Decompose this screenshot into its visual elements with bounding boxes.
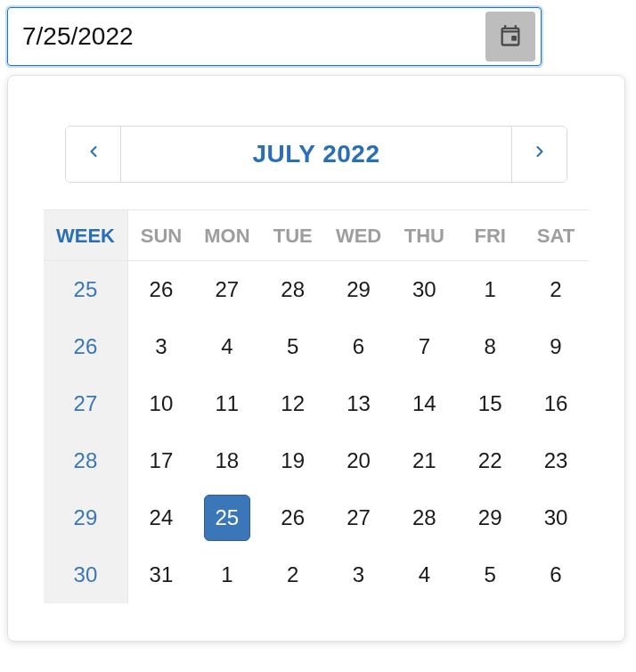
day-button[interactable]: 3 [336,552,382,598]
day-button[interactable]: 22 [467,438,513,484]
week-number: 26 [44,318,127,375]
day-cell: 3 [127,318,194,375]
day-header-wed: WED [326,210,392,261]
day-button[interactable]: 16 [533,381,579,427]
day-button[interactable]: 21 [401,438,447,484]
day-header-tue: TUE [260,210,326,261]
day-button[interactable]: 9 [533,324,579,370]
calendar-header: JULY 2022 [65,126,567,183]
day-button[interactable]: 25 [204,495,250,541]
day-button[interactable]: 20 [336,438,382,484]
day-cell: 28 [391,489,457,546]
day-button[interactable]: 1 [204,552,250,598]
day-button[interactable]: 5 [467,552,513,598]
week-header: WEEK [44,210,127,261]
day-cell: 4 [194,318,260,375]
day-cell: 4 [391,546,457,603]
svg-rect-0 [511,36,517,41]
day-cell: 1 [457,261,523,318]
calendar-toggle-button[interactable] [485,12,535,61]
next-month-button[interactable] [511,127,567,182]
day-button[interactable]: 30 [401,266,447,313]
day-cell: 27 [194,261,260,318]
day-cell: 30 [523,489,589,546]
day-button[interactable]: 29 [336,266,382,313]
day-cell: 7 [391,318,457,375]
day-button[interactable]: 27 [336,495,382,541]
day-button[interactable]: 26 [270,495,316,541]
day-cell: 1 [194,546,260,603]
calendar-week-row: 2817181920212223 [44,432,589,489]
day-button[interactable]: 6 [336,324,382,370]
day-button[interactable]: 11 [204,381,250,427]
day-header-mon: MON [194,210,260,261]
day-button[interactable]: 6 [533,552,579,598]
day-cell: 25 [194,489,260,546]
day-button[interactable]: 24 [138,495,184,541]
day-cell: 20 [326,432,392,489]
day-button[interactable]: 8 [467,324,513,370]
day-cell: 24 [127,489,194,546]
day-cell: 15 [457,375,523,432]
day-button[interactable]: 14 [401,381,447,427]
day-cell: 11 [194,375,260,432]
day-cell: 29 [457,489,523,546]
day-button[interactable]: 28 [270,266,316,313]
day-cell: 30 [391,261,457,318]
month-year-button[interactable]: JULY 2022 [121,127,511,182]
day-button[interactable]: 29 [467,495,513,541]
day-button[interactable]: 23 [533,438,579,484]
day-cell: 18 [194,432,260,489]
day-cell: 14 [391,375,457,432]
day-button[interactable]: 30 [533,495,579,541]
day-button[interactable]: 28 [401,495,447,541]
day-header-sun: SUN [127,210,194,261]
day-cell: 21 [391,432,457,489]
day-cell: 31 [127,546,194,603]
week-number: 28 [44,432,127,489]
calendar-week-row: 25262728293012 [44,261,589,318]
day-cell: 6 [523,546,589,603]
day-button[interactable]: 10 [138,381,184,427]
day-cell: 22 [457,432,523,489]
day-button[interactable]: 12 [270,381,316,427]
calendar-week-row: 263456789 [44,318,589,375]
day-button[interactable]: 1 [467,266,513,313]
day-cell: 17 [127,432,194,489]
day-button[interactable]: 2 [533,266,579,313]
chevron-left-icon [85,143,102,166]
day-button[interactable]: 26 [138,266,184,313]
day-button[interactable]: 4 [401,552,447,598]
day-button[interactable]: 18 [204,438,250,484]
day-cell: 12 [260,375,326,432]
day-button[interactable]: 4 [204,324,250,370]
day-cell: 13 [326,375,392,432]
date-input[interactable] [13,17,485,56]
day-cell: 8 [457,318,523,375]
day-cell: 16 [523,375,589,432]
day-button[interactable]: 27 [204,266,250,313]
chevron-right-icon [531,143,549,166]
week-number: 27 [44,375,127,432]
calendar-week-row: 2924252627282930 [44,489,589,546]
day-button[interactable]: 5 [270,324,316,370]
day-cell: 10 [127,375,194,432]
day-button[interactable]: 15 [467,381,513,427]
day-cell: 5 [457,546,523,603]
day-cell: 28 [260,261,326,318]
day-cell: 2 [523,261,589,318]
day-button[interactable]: 31 [138,552,184,598]
day-button[interactable]: 3 [138,324,184,370]
prev-month-button[interactable] [66,127,121,182]
day-button[interactable]: 2 [270,552,316,598]
day-button[interactable]: 7 [401,324,447,370]
week-number: 25 [44,261,127,318]
calendar-week-row: 2710111213141516 [44,375,589,432]
day-cell: 9 [523,318,589,375]
day-button[interactable]: 13 [336,381,382,427]
day-cell: 19 [260,432,326,489]
day-button[interactable]: 19 [270,438,316,484]
week-number: 30 [44,546,127,603]
day-cell: 26 [127,261,194,318]
day-button[interactable]: 17 [138,438,184,484]
